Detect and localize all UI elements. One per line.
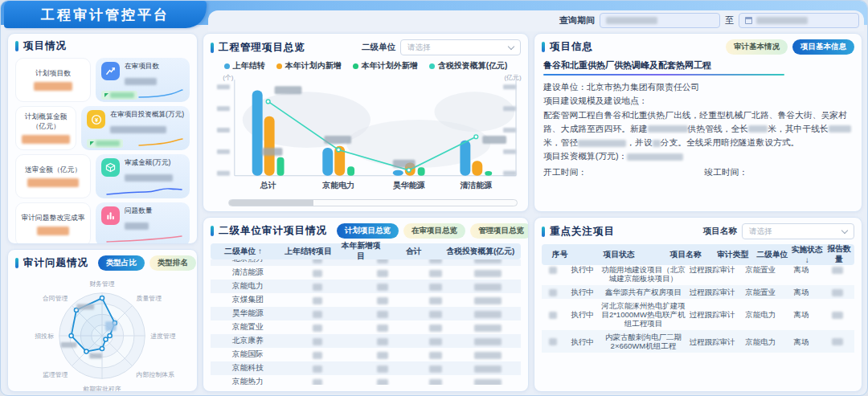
unit-select[interactable]: 请选择	[400, 39, 521, 55]
card-label: 问题数量	[125, 206, 152, 216]
unit-name: 清洁能源	[211, 267, 285, 278]
table-row[interactable]: 京煤集团	[211, 293, 521, 307]
card-submitted-amount: 送审金额（亿元）	[15, 154, 91, 198]
redacted-value	[627, 153, 683, 161]
tab-inreview-projects[interactable]: 在审项目总览	[403, 223, 465, 239]
table-row[interactable]: 执行中 类居住用地、F其他类多功能用地建设项目（北京城建京能板块项目） 过程跟踪…	[542, 265, 854, 285]
yuan-icon: ¥	[87, 110, 105, 129]
unit-name: 京能置业	[739, 265, 782, 274]
legend-item[interactable]: 本年计划内新增	[276, 60, 342, 71]
column-header[interactable]: 实施状态 ↓	[790, 245, 824, 264]
project-name: 鲁谷和北重供热厂供热调峰及配套热网工程	[543, 59, 854, 71]
chevron-down-icon	[841, 227, 848, 233]
column-header[interactable]: 合计	[381, 247, 446, 257]
column-header[interactable]: 项目名称	[660, 250, 711, 260]
redacted-cell	[350, 296, 416, 304]
redacted-cell	[542, 310, 563, 319]
table-header: 序号项目状态项目名称审计类型二级单位实施状态 ↓报告数量	[542, 244, 854, 265]
card-label: 计划概算金额（亿元）	[18, 112, 74, 132]
project-name-filter-label: 项目名称	[703, 226, 737, 237]
time-line: 开工时间： 竣工时间：	[543, 165, 853, 179]
redacted-cell	[416, 378, 456, 385]
redacted-cell	[285, 296, 350, 304]
redacted-cell	[456, 378, 521, 385]
tab-audit-basic[interactable]: 审计基本情况	[726, 39, 788, 55]
redacted-text	[748, 125, 768, 133]
redacted-cell	[350, 364, 416, 373]
redacted-cell	[456, 282, 521, 291]
chart-scrollbar-handle[interactable]	[229, 200, 315, 206]
redacted-value	[22, 135, 70, 144]
svg-text:财务管理: 财务管理	[89, 280, 115, 288]
column-header[interactable]: 二级单位	[754, 250, 790, 260]
select-placeholder: 请选择	[407, 43, 431, 53]
table-row[interactable]: 京能科技	[211, 361, 521, 375]
redacted-value	[37, 227, 69, 235]
redacted-percent	[110, 92, 134, 98]
app-title-tab: 工程审计管控平台	[4, 1, 207, 28]
redacted-cell	[350, 337, 416, 345]
redacted-cell	[285, 282, 350, 291]
redacted-cell	[350, 268, 416, 277]
table-row[interactable]: 清洁能源	[211, 266, 521, 280]
legend-item[interactable]: 上年结转	[224, 60, 265, 71]
table-row[interactable]: 京能国际	[211, 348, 521, 361]
date-to-input[interactable]	[739, 13, 859, 28]
redacted-value	[125, 78, 157, 85]
column-header[interactable]: 报告数量	[824, 244, 854, 265]
project-description: 建设单位：北京市热力集团有限责任公司 项目建设规模及建设地点： 配套管网工程自鲁…	[542, 80, 854, 179]
tab-type-rank[interactable]: 类型排名	[149, 255, 196, 271]
query-period-label: 查询期间	[559, 14, 595, 27]
table-row[interactable]: 执行中 鑫华源共有产权房项目 过程跟踪审计 京能置业 离场	[542, 285, 854, 299]
tab-type-ratio[interactable]: 类型占比	[98, 255, 145, 271]
panel-title: 项目情况	[23, 39, 67, 53]
chart-scrollbar[interactable]	[228, 199, 518, 206]
table-row[interactable]: 执行中 河北京能涿州热电扩建项目2*1000MW热电联产机组工程项目 过程跟踪审…	[542, 299, 854, 330]
start-time-label: 开工时间：	[543, 165, 704, 179]
table-row[interactable]: 京能置业	[211, 320, 521, 334]
gradient-underline	[543, 74, 784, 76]
table-row[interactable]: 执行中 内蒙古酸刺沟电厂二期2×660WM机组工程 过程跟踪审计 京能电力 离场	[542, 330, 854, 353]
table-row[interactable]: 昊华能源	[211, 307, 521, 320]
tab-project-basic[interactable]: 项目基本信息	[792, 39, 854, 55]
redacted-cell	[285, 337, 350, 345]
column-header[interactable]: 审计类型	[711, 250, 754, 260]
card-issue-count: 问题数量	[96, 202, 190, 244]
redacted-cell	[285, 268, 350, 277]
redacted-cell	[350, 323, 416, 332]
unit-filter-label: 二级单位	[362, 42, 395, 53]
svg-text:昊华能源: 昊华能源	[393, 181, 425, 190]
redacted-cell	[416, 282, 456, 291]
legend-item[interactable]: 本年计划外新增	[353, 60, 418, 71]
column-header[interactable]: 含税投资概算(亿元)	[446, 247, 514, 257]
column-header[interactable]: 项目状态	[578, 250, 660, 260]
redacted-text	[578, 140, 626, 147]
redacted-cell	[416, 296, 456, 304]
column-header[interactable]: 二级单位 ↑	[211, 247, 276, 257]
column-header[interactable]: 上年结转项目	[276, 247, 341, 257]
dashboard-screen: 工程审计管控平台 查询期间 至 项目情况 计划项目数	[0, 0, 868, 396]
svg-text:监理管理: 监理管理	[43, 371, 68, 378]
redacted-value	[125, 174, 173, 182]
column-header[interactable]: 序号	[542, 250, 578, 260]
panel-overview-chart: 工程管理项目总览 二级单位 请选择 上年结转 本年计划内新增	[203, 33, 529, 212]
redacted-text	[653, 140, 661, 147]
date-from-input[interactable]	[600, 13, 720, 28]
redacted-cell	[456, 350, 521, 359]
tab-planned-projects[interactable]: 计划项目总览	[337, 223, 399, 239]
project-name-select[interactable]: 请选择	[742, 223, 854, 239]
redacted-date	[606, 17, 657, 24]
table-row[interactable]: 北京热力	[211, 259, 521, 266]
redacted-cell	[285, 259, 350, 263]
sparkline	[104, 185, 184, 196]
project-status: 执行中	[563, 288, 601, 296]
legend-item[interactable]: 含税投资概算(亿元)	[429, 60, 508, 71]
table-row[interactable]: 京能热力	[211, 375, 521, 385]
table-row[interactable]: 北京康养	[211, 334, 521, 348]
panel-title: 项目信息	[550, 40, 593, 54]
table-row[interactable]: 京能电力	[211, 280, 521, 293]
redacted-text	[648, 125, 688, 133]
app-title: 工程审计管控平台	[41, 6, 170, 24]
tab-managed-projects[interactable]: 管理项目总览	[470, 223, 529, 239]
scale-paragraph: 配套管网工程自鲁谷和北重供热厂出线，经重型机械厂北路、鲁谷大街、吴家村路、大成路…	[543, 108, 853, 150]
